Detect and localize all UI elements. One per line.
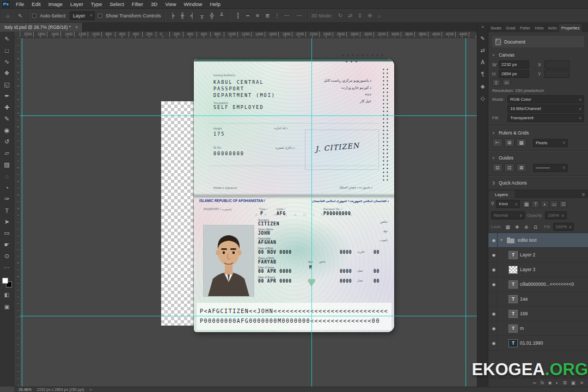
eraser-tool[interactable]: ▱	[1, 148, 14, 159]
lasso-tool[interactable]: ∿	[1, 56, 14, 68]
foreground-color-swatch[interactable]	[2, 278, 8, 284]
brush-tool[interactable]: ✎	[1, 113, 14, 125]
layer-row[interactable]: ◉ T cilla0000000...<<<<<<<<0	[488, 277, 588, 292]
layer-name[interactable]: Layer 3	[520, 267, 535, 272]
layer-thumbnail[interactable]: T	[509, 251, 518, 259]
distribute-left-icon[interactable]: ≡	[253, 11, 262, 20]
layer-row[interactable]: ◉ T m	[488, 321, 588, 336]
3d-roll-icon[interactable]: ⇄	[346, 11, 355, 20]
layer-name[interactable]: 1aa	[520, 296, 528, 302]
current-tool-icon[interactable]: ⇖	[16, 11, 25, 20]
history-brush-tool[interactable]: ↺	[1, 136, 14, 148]
document-properties-row[interactable]: Document	[492, 36, 584, 47]
delete-layer-icon[interactable]: ✕	[580, 380, 584, 385]
layer-visibility-toggle[interactable]: ◉	[491, 248, 498, 262]
3d-rotate-icon[interactable]: ↻	[336, 11, 345, 20]
tab-actions[interactable]: Actio	[546, 24, 559, 32]
menu-filter[interactable]: Filter	[128, 0, 147, 9]
guides-section-header[interactable]: ∨ Guides	[492, 153, 584, 162]
align-left-edges-icon[interactable]: ╞	[168, 11, 177, 20]
passport-document[interactable]: Issuing Authority KABUL CENTRAL PASSPORT…	[194, 59, 394, 332]
show-transform-checkbox[interactable]	[98, 14, 102, 18]
blend-mode-dropdown[interactable]: Normal∨	[491, 211, 525, 219]
hand-tool[interactable]: ☛	[1, 239, 14, 250]
adjustment-layer-icon[interactable]: ◐	[556, 380, 559, 385]
tab-swatches[interactable]: Swats	[488, 24, 504, 32]
layer-name[interactable]: cilla0000000...<<<<<<<<0	[520, 281, 574, 287]
zoom-tool[interactable]: ⊙	[1, 250, 14, 262]
3d-panel-icon[interactable]: ◇	[481, 95, 485, 101]
document-tab[interactable]: Italy id.psd @ 26.7% (RGB/16) * ×	[0, 23, 83, 32]
align-top-edges-icon[interactable]: ╥	[198, 11, 207, 20]
type-tool[interactable]: T	[1, 205, 14, 216]
lock-image-pixels-icon[interactable]: ✚	[513, 223, 521, 231]
tab-histogram[interactable]: Histo	[532, 24, 546, 32]
menu-edit[interactable]: Edit	[28, 0, 44, 9]
layer-visibility-toggle[interactable]: ◉	[491, 336, 498, 350]
tab-gradients[interactable]: Gradi	[504, 24, 518, 32]
layer-name[interactable]: m	[520, 326, 524, 331]
layer-thumbnail[interactable]	[506, 236, 516, 244]
marquee-tool[interactable]: □	[1, 45, 14, 56]
horizontal-ruler[interactable]: 2000180016001400120010008006004002000200…	[20, 32, 477, 38]
distribute-bottom-icon[interactable]: ⋯	[283, 11, 292, 20]
menu-file[interactable]: File	[12, 0, 28, 9]
tab-properties[interactable]: Properties	[559, 24, 581, 32]
tab-layers[interactable]: Layers	[488, 191, 514, 198]
guide-horizontal[interactable]	[20, 115, 477, 116]
distribute-center-icon[interactable]: ≣	[263, 11, 272, 20]
x-field[interactable]	[544, 60, 569, 69]
edit-toolbar-icon[interactable]: ⋯	[1, 262, 14, 273]
lock-transparent-pixels-icon[interactable]: ▦	[504, 223, 512, 231]
layer-name[interactable]: 169	[520, 311, 528, 316]
align-right-edges-icon[interactable]: ╡	[188, 11, 197, 20]
height-field[interactable]: 2854 px	[499, 70, 529, 78]
layer-row[interactable]: ◉ T 01.01.1990	[488, 336, 588, 351]
layer-row[interactable]: ◉ Layer 3	[488, 262, 588, 277]
fill-field[interactable]: 100%∨	[553, 223, 574, 231]
3d-drag-icon[interactable]: ⇕	[356, 11, 365, 20]
layer-visibility-toggle[interactable]: ◉	[491, 321, 498, 335]
new-layer-icon[interactable]: ▣	[571, 380, 575, 385]
align-horizontal-centers-icon[interactable]: ╫	[178, 11, 187, 20]
layer-mask-icon[interactable]: ◙	[548, 380, 551, 385]
dodge-tool[interactable]: ◔	[1, 182, 14, 193]
path-selection-tool[interactable]: ➤	[1, 216, 14, 228]
layer-row[interactable]: ◉ ▼ edite text	[488, 233, 588, 248]
more-options-icon[interactable]: ⋯	[295, 11, 304, 20]
canvas-section-header[interactable]: ∨ Canvas	[492, 50, 584, 59]
width-field[interactable]: 2232 px	[499, 60, 529, 69]
layer-row[interactable]: ◉ T Layer 2	[488, 248, 588, 262]
glyphs-panel-icon[interactable]: ◈	[481, 83, 485, 89]
clear-guides-icon[interactable]: ⊠	[516, 163, 526, 172]
distribute-top-icon[interactable]: ⋮	[273, 11, 282, 20]
layer-thumbnail[interactable]	[509, 266, 518, 274]
character-panel-icon[interactable]: A	[481, 59, 485, 65]
pen-tool[interactable]: ✑	[1, 193, 14, 205]
brush-settings-panel-icon[interactable]: ✎	[480, 35, 485, 41]
align-bottom-edges-icon[interactable]: ╨	[217, 11, 226, 20]
vertical-ruler[interactable]	[14, 38, 20, 387]
layer-name[interactable]: 01.01.1990	[520, 340, 543, 346]
menu-type[interactable]: Type	[87, 0, 106, 9]
lock-all-icon[interactable]: Ω	[531, 223, 540, 231]
layer-visibility-toggle[interactable]: ◉	[491, 277, 498, 291]
shape-tool[interactable]: ▭	[1, 228, 14, 239]
ruler-units-dropdown[interactable]: Pixels∨	[533, 139, 568, 147]
layer-visibility-toggle[interactable]: ◉	[491, 307, 498, 321]
distribute-horizontal-icon[interactable]: ┅	[243, 11, 253, 20]
clone-source-panel-icon[interactable]: ⇄	[480, 47, 485, 53]
portrait-orientation-button[interactable]: ▯	[492, 79, 500, 86]
menu-3d[interactable]: 3D	[147, 0, 161, 9]
panel-menu-icon[interactable]: ≡	[579, 192, 588, 198]
landscape-orientation-button[interactable]: ▭	[503, 79, 511, 86]
filter-shape-layers-icon[interactable]: ▭	[550, 200, 558, 208]
quick-mask-button[interactable]: ◧	[1, 290, 14, 299]
y-field[interactable]	[544, 70, 569, 78]
new-guide-layout-icon[interactable]: ⊟	[492, 163, 503, 172]
healing-brush-tool[interactable]: ✚	[1, 102, 14, 113]
layer-visibility-toggle[interactable]: ◉	[491, 233, 498, 247]
tab-patterns[interactable]: Patter	[518, 24, 532, 32]
lock-guides-icon[interactable]: ⊡	[504, 163, 514, 172]
paragraph-panel-icon[interactable]: ¶	[481, 71, 484, 77]
